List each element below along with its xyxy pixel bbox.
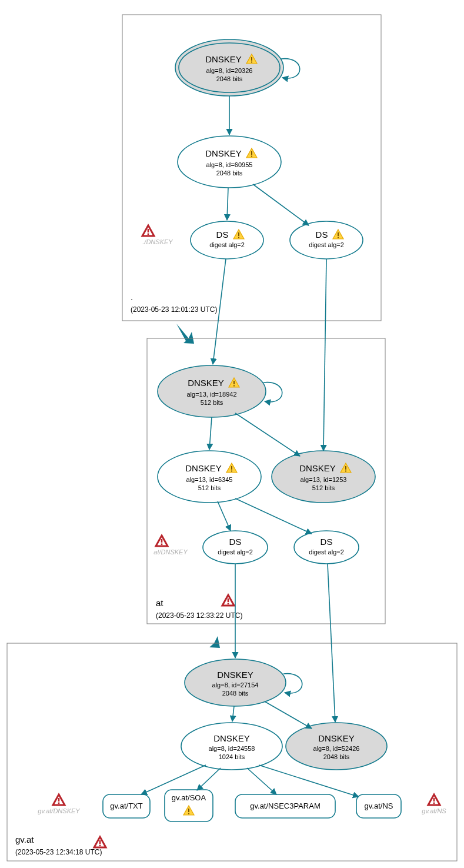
svg-text:DNSKEY: DNSKEY bbox=[205, 54, 242, 64]
zone-gvat-time: (2023-05-23 12:34:18 UTC) bbox=[15, 848, 102, 856]
svg-text:2048 bits: 2048 bits bbox=[222, 690, 249, 697]
zone-root-label: . bbox=[131, 292, 133, 302]
record-gv-ns: gv.at/NS bbox=[356, 794, 401, 818]
svg-text:digest alg=2: digest alg=2 bbox=[218, 548, 253, 556]
svg-text:alg=8, id=20326: alg=8, id=20326 bbox=[206, 67, 253, 74]
anchor-gv-dnskey: gv.at/DNSKEY bbox=[38, 794, 80, 814]
svg-text:2048 bits: 2048 bits bbox=[216, 75, 243, 82]
svg-text:digest alg=2: digest alg=2 bbox=[309, 548, 344, 556]
record-gv-txt: gv.at/TXT bbox=[103, 794, 150, 818]
zone-at-label: at bbox=[156, 598, 163, 608]
node-at-ds1: DS digest alg=2 bbox=[203, 531, 268, 564]
zone-at-time: (2023-05-23 12:33:22 UTC) bbox=[156, 611, 242, 620]
error-icon bbox=[142, 225, 154, 236]
dnssec-diagram: . (2023-05-23 12:01:23 UTC) DNSKEY alg=8… bbox=[0, 0, 464, 868]
svg-text:gv.at/NS: gv.at/NS bbox=[422, 807, 446, 814]
anchor-root-dnskey: ./DNSKEY bbox=[142, 225, 173, 245]
node-at-ksk: DNSKEY alg=13, id=18942 512 bits bbox=[158, 365, 266, 417]
svg-text:at/DNSKEY: at/DNSKEY bbox=[153, 548, 188, 556]
svg-text:DNSKEY: DNSKEY bbox=[205, 148, 242, 158]
svg-point-13 bbox=[191, 221, 263, 259]
svg-text:2048 bits: 2048 bits bbox=[323, 753, 350, 760]
svg-text:digest alg=2: digest alg=2 bbox=[309, 241, 344, 248]
svg-text:1024 bits: 1024 bits bbox=[219, 753, 245, 760]
zone-gvat-label: gv.at bbox=[15, 834, 34, 844]
node-at-key2: DNSKEY alg=13, id=1253 512 bits bbox=[272, 451, 375, 503]
error-icon bbox=[222, 595, 234, 606]
svg-point-32 bbox=[203, 531, 268, 564]
svg-text:512 bits: 512 bits bbox=[312, 484, 335, 491]
node-root-ds2: DS digest alg=2 bbox=[290, 221, 363, 259]
node-gv-zsk: DNSKEY alg=8, id=24558 1024 bits bbox=[181, 723, 282, 770]
zone-root-time: (2023-05-23 12:01:23 UTC) bbox=[131, 305, 217, 314]
svg-text:gv.at/TXT: gv.at/TXT bbox=[110, 802, 142, 810]
svg-text:DS: DS bbox=[229, 537, 242, 547]
node-gv-ksk: DNSKEY alg=8, id=27154 2048 bits bbox=[185, 659, 286, 706]
svg-text:digest alg=2: digest alg=2 bbox=[209, 241, 245, 248]
svg-text:DNSKEY: DNSKEY bbox=[217, 670, 253, 680]
svg-text:DNSKEY: DNSKEY bbox=[185, 463, 222, 473]
svg-text:./DNSKEY: ./DNSKEY bbox=[142, 238, 173, 245]
svg-text:alg=13, id=1253: alg=13, id=1253 bbox=[301, 476, 347, 483]
anchor-gv-ns: gv.at/NS bbox=[422, 794, 446, 814]
svg-text:gv.at/DNSKEY: gv.at/DNSKEY bbox=[38, 807, 80, 814]
record-gv-nsec3: gv.at/NSEC3PARAM bbox=[235, 794, 335, 818]
node-at-zsk: DNSKEY alg=13, id=6345 512 bits bbox=[158, 451, 261, 503]
svg-text:alg=8, id=52426: alg=8, id=52426 bbox=[313, 745, 360, 752]
svg-text:DNSKEY: DNSKEY bbox=[318, 733, 355, 743]
svg-text:alg=13, id=18942: alg=13, id=18942 bbox=[186, 391, 236, 398]
svg-text:gv.at/NSEC3PARAM: gv.at/NSEC3PARAM bbox=[250, 802, 320, 810]
svg-text:DS: DS bbox=[216, 230, 229, 240]
svg-text:DNSKEY: DNSKEY bbox=[213, 733, 250, 743]
svg-text:512 bits: 512 bits bbox=[198, 484, 221, 491]
svg-text:gv.at/SOA: gv.at/SOA bbox=[172, 793, 206, 802]
error-icon bbox=[156, 536, 168, 546]
svg-text:alg=8, id=60955: alg=8, id=60955 bbox=[206, 161, 253, 168]
record-gv-soa: gv.at/SOA bbox=[165, 790, 213, 822]
svg-text:alg=8, id=27154: alg=8, id=27154 bbox=[212, 681, 259, 689]
node-gv-key2: DNSKEY alg=8, id=52426 2048 bits bbox=[286, 723, 387, 770]
anchor-at-dnskey: at/DNSKEY bbox=[153, 536, 188, 556]
svg-point-16 bbox=[290, 221, 363, 259]
svg-text:DNSKEY: DNSKEY bbox=[188, 378, 224, 388]
svg-text:2048 bits: 2048 bits bbox=[216, 169, 243, 177]
error-icon bbox=[94, 837, 106, 847]
svg-point-35 bbox=[294, 531, 359, 564]
svg-text:DNSKEY: DNSKEY bbox=[299, 463, 336, 473]
node-root-ds1: DS digest alg=2 bbox=[191, 221, 263, 259]
node-root-ksk: DNSKEY alg=8, id=20326 2048 bits bbox=[175, 39, 283, 96]
svg-text:DS: DS bbox=[321, 537, 333, 547]
error-icon bbox=[428, 794, 440, 805]
node-root-zsk: DNSKEY alg=8, id=60955 2048 bits bbox=[178, 136, 281, 188]
svg-text:alg=8, id=24558: alg=8, id=24558 bbox=[209, 745, 255, 752]
node-at-ds2: DS digest alg=2 bbox=[294, 531, 359, 564]
svg-text:alg=13, id=6345: alg=13, id=6345 bbox=[186, 476, 233, 483]
error-icon bbox=[53, 794, 65, 805]
svg-text:512 bits: 512 bits bbox=[201, 399, 223, 406]
svg-text:gv.at/NS: gv.at/NS bbox=[365, 802, 393, 810]
svg-text:DS: DS bbox=[316, 230, 328, 240]
